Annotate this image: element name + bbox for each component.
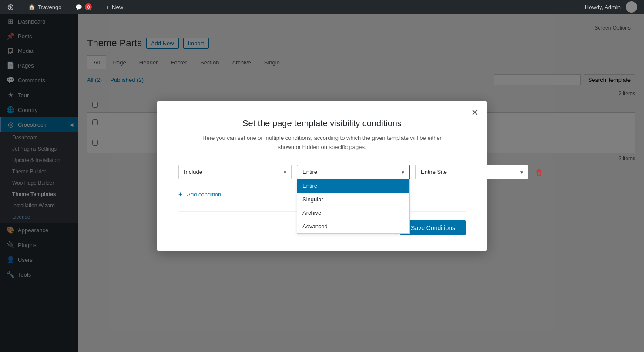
site-select[interactable]: Entire Site — [415, 165, 528, 179]
type-option-singular[interactable]: Singular — [297, 193, 409, 206]
type-select-wrap: Entire ▼ Entire Singular Archive Advance… — [297, 165, 410, 179]
save-conditions-button[interactable]: Save Conditions — [400, 220, 466, 235]
modal-overlay: ✕ Set the page template visibility condi… — [0, 0, 644, 352]
comment-icon: 💬 — [75, 4, 82, 10]
modal-title: Set the page template visibility conditi… — [178, 118, 466, 129]
plus-icon: + — [106, 4, 109, 10]
howdy-item[interactable]: Howdy, Admin — [581, 0, 641, 14]
type-select-display[interactable]: Entire ▼ — [297, 165, 410, 179]
comment-count: 0 — [85, 3, 92, 10]
include-select-wrap: Include Exclude ▼ — [178, 165, 292, 179]
type-option-entire[interactable]: Entire — [297, 179, 409, 193]
delete-condition-button[interactable]: 🗑 — [533, 165, 545, 181]
type-caret-icon: ▼ — [401, 169, 405, 174]
wp-logo-icon: ⊛ — [7, 2, 14, 12]
new-label: New — [112, 4, 123, 10]
type-dropdown-list: Entire Singular Archive Advanced — [297, 179, 410, 234]
home-icon: 🏠 — [28, 4, 35, 10]
visibility-modal: ✕ Set the page template visibility condi… — [157, 101, 487, 251]
new-item[interactable]: + New — [102, 0, 127, 14]
type-option-archive[interactable]: Archive — [297, 206, 409, 220]
type-selected-value: Entire — [302, 169, 317, 175]
site-select-wrap: Entire Site ▼ — [415, 165, 528, 179]
trash-icon: 🗑 — [535, 168, 543, 177]
add-condition-button[interactable]: + Add condition — [178, 188, 221, 201]
include-select[interactable]: Include Exclude — [178, 165, 292, 179]
comments-item[interactable]: 💬 0 — [72, 0, 95, 14]
site-name: Travengo — [38, 4, 61, 10]
site-name-item[interactable]: 🏠 Travengo — [25, 0, 65, 14]
wp-logo-item[interactable]: ⊛ — [3, 0, 18, 14]
condition-row: Include Exclude ▼ Entire ▼ Entire Singul… — [178, 165, 466, 181]
modal-close-button[interactable]: ✕ — [471, 108, 479, 117]
avatar — [626, 1, 637, 13]
admin-bar: ⊛ 🏠 Travengo 💬 0 + New Howdy, Admin — [0, 0, 644, 14]
howdy-text: Howdy, Admin — [585, 4, 621, 10]
modal-subtitle: Here you can set one or multiple conditi… — [178, 134, 466, 152]
type-option-advanced[interactable]: Advanced — [297, 220, 409, 233]
plus-icon: + — [178, 190, 182, 198]
add-condition-label: Add condition — [187, 191, 221, 198]
